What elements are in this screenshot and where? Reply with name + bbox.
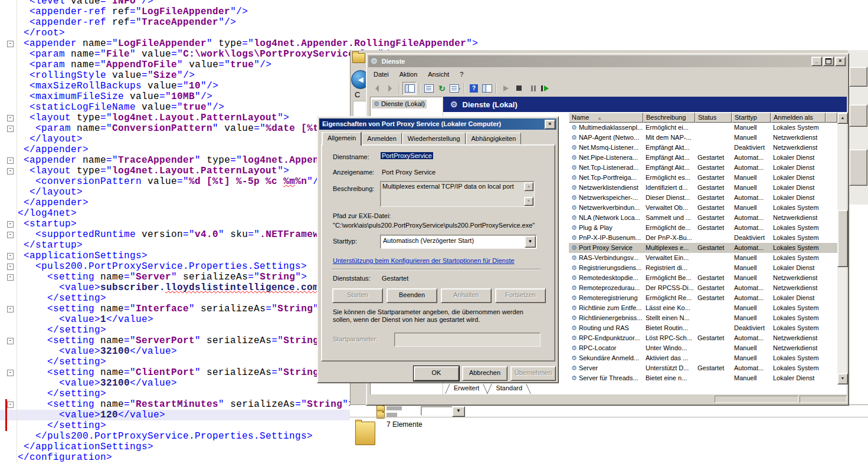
startoptions-help-link[interactable]: Unterstützung beim Konfigurieren der Sta…	[333, 257, 515, 264]
editor-gutter[interactable]: -	[0, 166, 17, 176]
properties-button[interactable]	[422, 83, 435, 94]
fold-collapse-icon[interactable]: -	[7, 126, 14, 132]
editor-gutter[interactable]: -	[0, 229, 17, 240]
fortsetzen-button[interactable]: Fortsetzen	[495, 288, 546, 303]
editor-gutter[interactable]	[0, 293, 17, 304]
fold-collapse-icon[interactable]: -	[7, 338, 14, 344]
editor-gutter[interactable]: -	[0, 123, 17, 134]
ok-button[interactable]: OK	[414, 366, 459, 381]
table-row[interactable]: ⚙Netzwerkspeicher-...Dieser Dienst...Ges…	[569, 193, 837, 203]
bernehmen-button[interactable]: Übernehmen	[510, 366, 556, 381]
dropdown-button[interactable]: ▼	[452, 406, 465, 417]
editor-gutter[interactable]	[0, 314, 17, 325]
scrollbar-segment[interactable]	[849, 67, 867, 87]
fold-collapse-icon[interactable]: -	[7, 115, 14, 121]
table-row[interactable]: ⚙Net.Msmq-Listener...Empfängt Akt...Deak…	[569, 143, 837, 153]
editor-gutter[interactable]	[0, 389, 17, 399]
editor-gutter[interactable]	[0, 410, 17, 420]
dropdown-button[interactable]: ▼	[525, 236, 536, 248]
editor-gutter[interactable]	[0, 134, 17, 144]
fold-collapse-icon[interactable]: -	[7, 306, 14, 312]
editor-gutter[interactable]	[0, 187, 17, 198]
column-header-status[interactable]: Status	[695, 113, 732, 123]
fold-collapse-icon[interactable]: -	[7, 264, 14, 270]
table-row[interactable]: ⚙Plug & PlayErmöglicht de...GestartetAut…	[569, 223, 837, 233]
tab-wiederherstellung[interactable]: Wiederherstellung	[402, 133, 466, 144]
fold-collapse-icon[interactable]: -	[7, 41, 14, 47]
table-row[interactable]: ⚙Netzwerkverbindun...Verwaltet Ob...Gest…	[569, 203, 837, 213]
editor-gutter[interactable]: -	[0, 219, 17, 229]
view-tab-standard[interactable]: Standard	[487, 384, 530, 394]
table-row[interactable]: ⚙Server für Threads...Bietet eine n...Ma…	[569, 373, 837, 383]
column-header-name[interactable]: Name▲	[569, 113, 643, 123]
combo-field[interactable]	[421, 406, 453, 416]
stop-service-button[interactable]	[512, 83, 525, 94]
table-scrollbar[interactable]: ▲ ▼	[837, 113, 847, 383]
table-row[interactable]: ⚙RemoteregistrierungErmöglicht Re...Gest…	[569, 293, 837, 303]
editor-gutter[interactable]: -	[0, 155, 17, 166]
editor-gutter[interactable]	[0, 357, 17, 367]
fold-collapse-icon[interactable]: -	[7, 370, 14, 376]
table-row[interactable]: ⚙Multimediaklassenpl...Ermöglicht ei...M…	[569, 123, 837, 133]
fold-collapse-icon[interactable]: -	[7, 274, 14, 281]
editor-gutter[interactable]: -	[0, 272, 17, 282]
table-row[interactable]: ⚙NAP-Agent (Netwo...Mit dem NAP-...Manue…	[569, 133, 837, 143]
startparameter-input[interactable]	[394, 333, 541, 347]
forward-button[interactable]	[384, 83, 397, 94]
editor-gutter[interactable]: -	[0, 367, 17, 378]
editor-gutter[interactable]	[0, 240, 17, 251]
abbrechen-button[interactable]: Abbrechen	[462, 366, 507, 381]
scrollbar-segment[interactable]	[849, 104, 867, 127]
tree-item-dienste-lokal[interactable]: ⚙Dienste (Lokal)	[372, 100, 427, 108]
table-row[interactable]: ⚙Net.Tcp-Listenerad...Empfängt Akt...Ges…	[569, 163, 837, 173]
editor-gutter[interactable]: -	[0, 251, 17, 261]
editor-gutter[interactable]	[0, 198, 17, 208]
editor-gutter[interactable]	[0, 102, 17, 113]
fold-collapse-icon[interactable]: -	[7, 221, 14, 228]
editor-gutter[interactable]	[0, 282, 17, 293]
anhalten-button[interactable]: Anhalten	[441, 288, 492, 303]
editor-gutter[interactable]	[0, 49, 17, 60]
dialog-title-bar[interactable]: Eigenschaften von Port Proxy Service (Lo…	[319, 119, 556, 130]
table-row[interactable]: ⚙Richtlinienergebniss...Stellt einen N..…	[569, 313, 837, 323]
refresh-button[interactable]: ↻	[435, 83, 448, 94]
back-button[interactable]	[371, 83, 384, 94]
editor-gutter[interactable]	[0, 208, 17, 219]
table-row[interactable]: ⚙ServerUnterstützt D...GestartetAutomat.…	[569, 363, 837, 373]
editor-gutter[interactable]	[0, 346, 17, 357]
show-tree-button[interactable]	[402, 82, 417, 95]
editor-gutter[interactable]: -	[0, 38, 17, 49]
minimize-button[interactable]: _	[811, 57, 822, 66]
editor-gutter[interactable]	[0, 420, 17, 431]
editor-gutter[interactable]: -	[0, 399, 17, 410]
editor-gutter[interactable]	[0, 6, 17, 17]
export-list-button[interactable]: ▶	[448, 83, 461, 94]
starttyp-combobox[interactable]: Automatisch (Verzögerter Start) ▼	[380, 235, 537, 249]
table-row[interactable]: ⚙RPC-Endpunktzuor...Löst RPC-Sch...Gesta…	[569, 333, 837, 343]
table-row[interactable]: ⚙PnP-X-IP-Busenum...Der PnP-X-Bu...Deakt…	[569, 233, 837, 243]
editor-gutter[interactable]: -	[0, 304, 17, 314]
fold-collapse-icon[interactable]: -	[7, 168, 14, 175]
beenden-button[interactable]: Beenden	[386, 288, 437, 303]
editor-gutter[interactable]	[0, 176, 17, 187]
menu-item-datei[interactable]: Datei	[368, 68, 394, 81]
editor-gutter[interactable]	[0, 70, 17, 81]
maximize-button[interactable]	[823, 57, 834, 66]
tab-abhngigkeiten[interactable]: Abhängigkeiten	[466, 133, 522, 144]
editor-gutter[interactable]	[0, 431, 17, 442]
scroll-down-button[interactable]: ▼	[837, 373, 848, 384]
editor-gutter[interactable]	[0, 0, 17, 6]
table-row[interactable]: ⚙Remoteprozedurau...Der RPCSS-Di...Gesta…	[569, 283, 837, 293]
help-button[interactable]: ?	[467, 83, 480, 94]
new-window-button[interactable]	[480, 83, 493, 94]
title-bar[interactable]: ⚙ Dienste _ ×	[368, 55, 847, 67]
fold-collapse-icon[interactable]: -	[7, 157, 14, 164]
column-header-starttyp[interactable]: Starttyp	[732, 113, 771, 123]
table-row[interactable]: ⚙NetzwerklistendienstIdentifiziert d...G…	[569, 183, 837, 193]
tab-anmelden[interactable]: Anmelden	[362, 133, 402, 144]
menu-item-?[interactable]: ?	[454, 68, 469, 81]
editor-gutter[interactable]	[0, 81, 17, 91]
beschreibung-field[interactable]: Multiplexes external TCP/IP data on loca…	[380, 181, 535, 207]
fold-collapse-icon[interactable]: -	[7, 232, 14, 238]
restart-service-button[interactable]	[538, 83, 551, 94]
